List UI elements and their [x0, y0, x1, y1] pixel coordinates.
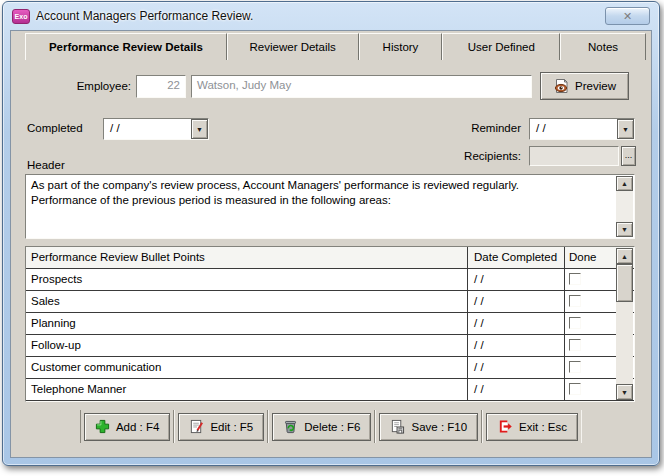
bullet-cell[interactable]: Sales [26, 291, 468, 312]
title-bar: Exo Account Managers Performance Review.… [3, 2, 659, 30]
completed-date-combobox[interactable]: / / ▼ [103, 118, 209, 140]
table-scrollbar[interactable]: ▲ ▼ [616, 248, 633, 400]
tab-history[interactable]: History [359, 33, 443, 60]
reminder-date-value: / / [530, 119, 617, 139]
scrollbar-thumb[interactable] [616, 264, 633, 302]
bullet-cell[interactable]: Prospects [26, 269, 468, 290]
tab-notes[interactable]: Notes [560, 33, 646, 60]
table-row[interactable]: Follow-up / / [26, 335, 634, 357]
delete-button[interactable]: Delete : F6 [272, 413, 371, 441]
edit-button[interactable]: Edit : F5 [178, 413, 264, 441]
header-text[interactable]: As part of the company's review process,… [28, 177, 614, 236]
done-cell [565, 291, 617, 312]
toolbar-cell: Save : F10 [375, 410, 482, 443]
exit-button[interactable]: Exit : Esc [486, 413, 578, 441]
client-area: Performance Review Details Reviewer Deta… [10, 30, 652, 458]
scroll-up-icon[interactable]: ▲ [616, 176, 633, 191]
add-button[interactable]: Add : F4 [84, 413, 170, 441]
done-checkbox[interactable] [569, 361, 581, 373]
preview-button-label: Preview [575, 80, 616, 92]
table-header-row: Performance Review Bullet Points Date Co… [26, 247, 634, 269]
save-button-label: Save : F10 [411, 421, 467, 433]
bullet-cell[interactable]: Customer communication [26, 357, 468, 378]
done-checkbox[interactable] [569, 383, 581, 395]
date-cell[interactable]: / / [468, 269, 565, 290]
scroll-down-icon[interactable]: ▼ [616, 222, 633, 237]
window-title: Account Managers Performance Review. [36, 9, 253, 23]
done-cell [565, 269, 617, 290]
date-cell[interactable]: / / [468, 357, 565, 378]
done-checkbox[interactable] [569, 317, 581, 329]
exit-button-label: Exit : Esc [519, 421, 567, 433]
bullet-points-table: Performance Review Bullet Points Date Co… [25, 246, 635, 402]
delete-bin-icon [283, 419, 298, 434]
date-cell[interactable]: / / [468, 313, 565, 334]
header-textbox[interactable]: As part of the company's review process,… [25, 174, 635, 239]
tab-reviewer-details[interactable]: Reviewer Details [227, 33, 359, 60]
header-label: Header [27, 159, 65, 171]
chevron-down-icon[interactable]: ▼ [617, 119, 634, 139]
done-cell [565, 313, 617, 334]
toolbar-cell: Delete : F6 [268, 410, 375, 443]
header-scrollbar[interactable]: ▲ ▼ [616, 176, 633, 237]
scroll-down-icon[interactable]: ▼ [616, 384, 633, 400]
delete-button-label: Delete : F6 [304, 421, 360, 433]
scroll-up-icon[interactable]: ▲ [616, 248, 633, 264]
date-cell[interactable]: / / [468, 379, 565, 400]
preview-eye-icon [553, 78, 570, 94]
done-checkbox[interactable] [569, 273, 581, 285]
table-row[interactable]: Telephone Manner / / [26, 379, 634, 401]
employee-name-field[interactable]: Watson, Judy May [191, 75, 532, 98]
toolbar-cell: Add : F4 [80, 410, 174, 443]
exo-app-icon: Exo [12, 9, 30, 24]
date-cell[interactable]: / / [468, 291, 565, 312]
add-button-label: Add : F4 [116, 421, 159, 433]
column-header-date-completed: Date Completed [468, 247, 565, 268]
save-disk-icon [390, 419, 405, 434]
column-header-bullet-points: Performance Review Bullet Points [26, 247, 468, 268]
toolbar-cell: Exit : Esc [482, 410, 582, 443]
done-cell [565, 335, 617, 356]
dialog-window: Exo Account Managers Performance Review.… [2, 1, 660, 466]
tab-strip: Performance Review Details Reviewer Deta… [25, 33, 646, 60]
done-cell [565, 379, 617, 400]
save-button[interactable]: Save : F10 [379, 413, 478, 441]
done-cell [565, 357, 617, 378]
edit-pencil-icon [189, 419, 204, 434]
close-button[interactable]: ✕ [605, 7, 650, 25]
action-toolbar: Add : F4 Edit : F5 [11, 410, 651, 443]
date-cell[interactable]: / / [468, 335, 565, 356]
table-row[interactable]: Prospects / / [26, 269, 634, 291]
employee-id-field[interactable]: 22 [136, 75, 186, 98]
chevron-down-icon[interactable]: ▼ [191, 119, 208, 139]
bullet-cell[interactable]: Planning [26, 313, 468, 334]
edit-button-label: Edit : F5 [210, 421, 253, 433]
column-header-done: Done [565, 247, 617, 268]
table-row[interactable]: Customer communication / / [26, 357, 634, 379]
preview-button[interactable]: Preview [540, 72, 629, 100]
add-plus-icon [95, 419, 110, 434]
table-row[interactable]: Planning / / [26, 313, 634, 335]
tab-user-defined[interactable]: User Defined [442, 33, 560, 60]
tab-performance-review-details[interactable]: Performance Review Details [25, 33, 227, 60]
table-row[interactable]: Sales / / [26, 291, 634, 313]
completed-label: Completed [27, 122, 83, 134]
recipients-field [529, 146, 619, 166]
done-checkbox[interactable] [569, 339, 581, 351]
recipients-label: Recipients: [381, 150, 521, 162]
reminder-date-combobox[interactable]: / / ▼ [529, 118, 635, 140]
recipients-browse-button[interactable]: ... [621, 146, 636, 166]
toolbar-cell: Edit : F5 [174, 410, 268, 443]
employee-label: Employee: [11, 80, 131, 92]
done-checkbox[interactable] [569, 295, 581, 307]
bullet-cell[interactable]: Follow-up [26, 335, 468, 356]
reminder-label: Reminder [381, 122, 521, 134]
completed-date-value: / / [104, 119, 191, 139]
exit-door-icon [497, 419, 513, 434]
bullet-cell[interactable]: Telephone Manner [26, 379, 468, 400]
